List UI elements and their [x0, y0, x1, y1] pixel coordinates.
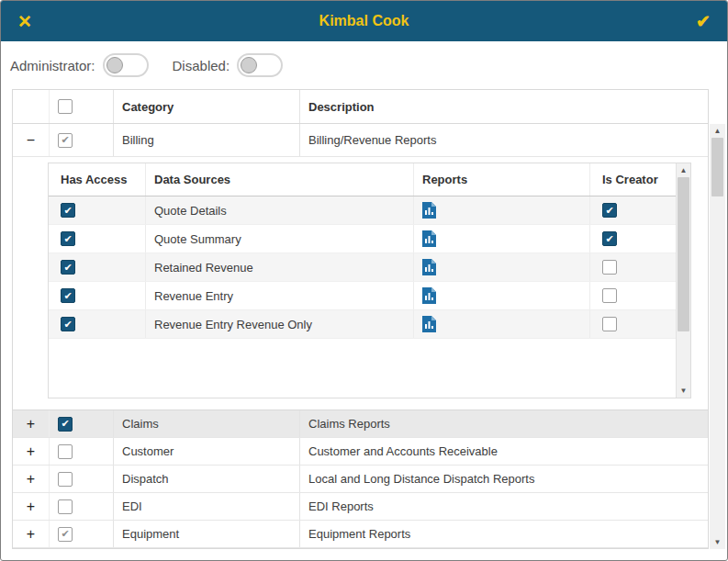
- expand-icon[interactable]: +: [27, 472, 35, 487]
- select-all-checkbox[interactable]: [58, 99, 73, 114]
- has-access-checkbox[interactable]: [61, 203, 75, 218]
- category-cell: Claims: [114, 410, 300, 437]
- category-row-edi[interactable]: + EDI EDI Reports: [13, 493, 708, 521]
- scrollbar-spacer: [710, 89, 725, 124]
- is-creator-checkbox[interactable]: [602, 288, 617, 303]
- is-creator-checkbox[interactable]: [602, 260, 617, 275]
- collapse-icon[interactable]: −: [27, 133, 35, 148]
- scrollbar-track[interactable]: ▲ ▼: [710, 124, 725, 549]
- data-source-row[interactable]: Revenue Entry Revenue Only: [49, 310, 676, 339]
- data-source-name: Revenue Entry Revenue Only: [146, 310, 414, 338]
- scrollbar-thumb[interactable]: [678, 177, 689, 331]
- category-cell: Dispatch: [114, 466, 300, 492]
- is-creator-column-header[interactable]: Is Creator: [590, 163, 676, 196]
- description-cell: Billing/Revenue Reports: [300, 124, 708, 156]
- category-checkbox[interactable]: [58, 444, 73, 459]
- description-cell: Claims Reports: [300, 410, 708, 437]
- main-grid-scrollbar[interactable]: ▲ ▼: [710, 89, 725, 549]
- category-checkbox[interactable]: [58, 499, 73, 514]
- scroll-up-icon[interactable]: ▲: [710, 124, 725, 138]
- category-checkbox[interactable]: [58, 472, 73, 487]
- page-title: Kimbal Cook: [32, 13, 696, 29]
- toggle-knob: [241, 57, 257, 73]
- data-source-row[interactable]: Quote Summary: [49, 225, 676, 253]
- scroll-down-icon[interactable]: ▼: [710, 535, 725, 549]
- administrator-label: Administrator:: [10, 58, 95, 73]
- report-icon[interactable]: [422, 259, 436, 275]
- category-row-equipment[interactable]: + Equipment Equipment Reports: [13, 521, 708, 548]
- category-checkbox[interactable]: [58, 133, 73, 148]
- has-access-checkbox[interactable]: [61, 260, 75, 275]
- description-cell: EDI Reports: [300, 493, 708, 520]
- reports-column-header[interactable]: Reports: [414, 163, 590, 196]
- category-row-dispatch[interactable]: + Dispatch Local and Long Distance Dispa…: [13, 466, 708, 493]
- category-checkbox[interactable]: [58, 417, 73, 432]
- dialog-window: ✕ Kimbal Cook ✔ Administrator: Disabled:…: [0, 0, 728, 561]
- category-row-claims[interactable]: + Claims Claims Reports: [13, 410, 708, 438]
- data-source-name: Quote Details: [146, 196, 414, 224]
- is-creator-checkbox[interactable]: [602, 231, 617, 246]
- administrator-toggle[interactable]: [103, 53, 149, 77]
- close-icon[interactable]: ✕: [17, 13, 32, 30]
- has-access-column-header[interactable]: Has Access: [49, 163, 146, 196]
- data-sources-grid-body: Has Access Data Sources Reports Is Creat…: [49, 163, 676, 398]
- sub-grid-scrollbar[interactable]: ▲ ▼: [676, 163, 690, 398]
- data-source-name: Revenue Entry: [146, 282, 414, 309]
- category-checkbox[interactable]: [58, 527, 73, 542]
- scroll-down-icon[interactable]: ▼: [677, 384, 690, 398]
- category-row-customer[interactable]: + Customer Customer and Accounts Receiva…: [13, 438, 708, 466]
- expand-column-header: [13, 90, 50, 123]
- select-all-cell: [50, 90, 114, 123]
- data-source-row[interactable]: Retained Revenue: [49, 253, 676, 282]
- has-access-checkbox[interactable]: [61, 231, 75, 246]
- expand-icon[interactable]: +: [27, 444, 35, 459]
- sub-grid-filler: [49, 339, 676, 398]
- categories-grid-area: Category Description − Billing Billing/R…: [12, 89, 725, 549]
- is-creator-checkbox[interactable]: [602, 203, 617, 218]
- category-cell: EDI: [114, 493, 300, 520]
- description-cell: Local and Long Distance Dispatch Reports: [300, 466, 708, 492]
- expand-icon[interactable]: +: [27, 417, 35, 432]
- grid-header-row: Category Description: [13, 90, 708, 124]
- description-cell: Equipment Reports: [300, 521, 708, 547]
- toggle-row: Administrator: Disabled:: [1, 41, 727, 89]
- has-access-checkbox[interactable]: [61, 288, 75, 303]
- expand-icon[interactable]: +: [27, 527, 35, 542]
- categories-grid: Category Description − Billing Billing/R…: [12, 89, 709, 549]
- toggle-knob: [106, 57, 123, 73]
- data-source-row[interactable]: Quote Details: [49, 196, 676, 225]
- category-row-billing[interactable]: − Billing Billing/Revenue Reports: [13, 124, 708, 157]
- description-column-header[interactable]: Description: [300, 90, 708, 123]
- data-source-name: Retained Revenue: [146, 253, 414, 281]
- category-cell: Customer: [114, 438, 300, 465]
- confirm-icon[interactable]: ✔: [696, 13, 711, 30]
- description-cell: Customer and Accounts Receivable: [300, 438, 708, 465]
- has-access-checkbox[interactable]: [61, 317, 75, 331]
- scroll-up-icon[interactable]: ▲: [677, 163, 690, 177]
- expand-icon[interactable]: +: [27, 499, 35, 514]
- report-icon[interactable]: [422, 202, 436, 219]
- billing-detail-panel: Has Access Data Sources Reports Is Creat…: [13, 157, 708, 410]
- report-icon[interactable]: [422, 316, 436, 332]
- data-sources-grid: Has Access Data Sources Reports Is Creat…: [48, 163, 691, 398]
- disabled-label: Disabled:: [173, 58, 230, 73]
- category-cell: Billing: [114, 124, 300, 156]
- title-bar: ✕ Kimbal Cook ✔: [1, 1, 727, 41]
- category-column-header[interactable]: Category: [114, 90, 300, 123]
- report-icon[interactable]: [422, 230, 436, 247]
- data-source-name: Quote Summary: [146, 225, 414, 252]
- is-creator-checkbox[interactable]: [602, 317, 617, 331]
- data-sources-column-header[interactable]: Data Sources: [146, 163, 414, 196]
- category-cell: Equipment: [114, 521, 300, 547]
- disabled-toggle[interactable]: [237, 53, 283, 77]
- sub-grid-header-row: Has Access Data Sources Reports Is Creat…: [49, 163, 676, 196]
- data-source-row[interactable]: Revenue Entry: [49, 282, 676, 310]
- report-icon[interactable]: [422, 287, 436, 304]
- scrollbar-thumb[interactable]: [711, 138, 723, 196]
